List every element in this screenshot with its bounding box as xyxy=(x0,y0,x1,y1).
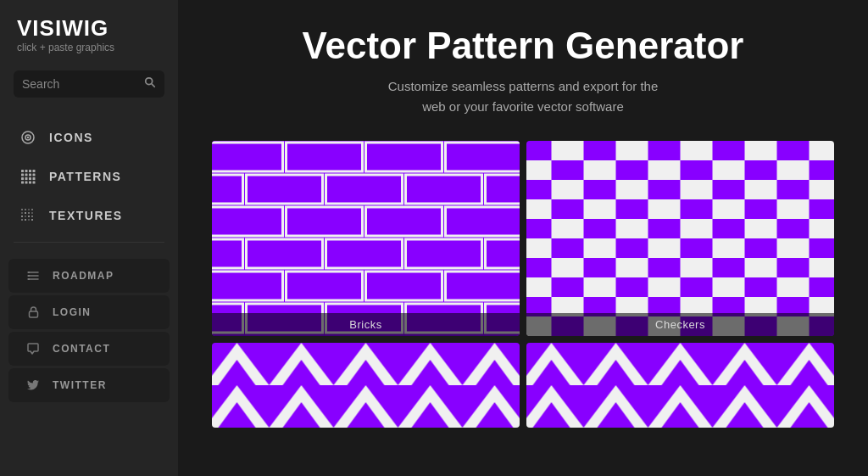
pattern-card-bricks[interactable]: Bricks xyxy=(212,141,520,336)
svg-point-26 xyxy=(25,212,26,214)
svg-point-34 xyxy=(25,219,26,221)
patterns-grid: Bricks Checkers xyxy=(212,141,834,428)
svg-rect-42 xyxy=(28,278,30,280)
svg-point-27 xyxy=(28,212,30,214)
sidebar-item-icons-label: ICONS xyxy=(49,131,93,144)
svg-rect-56 xyxy=(287,207,363,236)
sidebar-item-textures-label: TEXTURES xyxy=(49,209,123,222)
pattern-card-chevrons-right[interactable] xyxy=(526,343,834,428)
sidebar-item-icons[interactable]: ICONS xyxy=(0,118,178,157)
svg-rect-55 xyxy=(212,207,283,236)
svg-rect-8 xyxy=(33,170,36,172)
search-box[interactable] xyxy=(14,70,164,98)
bricks-preview xyxy=(212,141,520,336)
svg-point-25 xyxy=(21,212,23,214)
search-input[interactable] xyxy=(22,77,137,91)
sidebar-item-patterns-label: PATTERNS xyxy=(49,170,121,183)
svg-rect-10 xyxy=(25,174,28,176)
svg-point-31 xyxy=(28,216,30,217)
svg-point-21 xyxy=(21,209,23,210)
svg-rect-15 xyxy=(29,177,31,180)
sidebar-item-contact-label: CONTACT xyxy=(53,343,110,355)
logo-title: VISIWIG xyxy=(17,17,161,39)
sidebar: VISIWIG click + paste graphics ICONS xyxy=(0,0,178,476)
pattern-card-chevrons-left[interactable] xyxy=(212,343,520,428)
pattern-card-checkers[interactable]: Checkers xyxy=(526,141,834,336)
svg-rect-6 xyxy=(25,170,28,172)
list-icon xyxy=(24,266,42,285)
svg-point-32 xyxy=(31,216,33,217)
svg-rect-66 xyxy=(366,272,442,300)
svg-rect-46 xyxy=(212,143,283,171)
checkers-label: Checkers xyxy=(526,313,834,336)
svg-rect-63 xyxy=(486,239,520,268)
svg-rect-14 xyxy=(25,177,28,180)
logo-subtitle: click + paste graphics xyxy=(17,42,161,53)
svg-rect-62 xyxy=(406,239,482,268)
svg-rect-13 xyxy=(21,177,24,180)
sidebar-item-roadmap[interactable]: ROADMAP xyxy=(8,259,170,293)
svg-rect-82 xyxy=(526,343,834,428)
svg-rect-79 xyxy=(212,343,520,428)
chevrons-right-preview xyxy=(526,343,834,428)
svg-point-24 xyxy=(31,209,33,210)
svg-rect-5 xyxy=(21,170,24,172)
svg-rect-60 xyxy=(247,239,323,268)
svg-rect-7 xyxy=(29,170,31,172)
sidebar-item-patterns[interactable]: PATTERNS xyxy=(0,157,178,196)
svg-rect-20 xyxy=(33,182,36,184)
svg-rect-48 xyxy=(366,143,442,171)
page-subtitle: Customize seamless patterns and export f… xyxy=(212,76,834,117)
sidebar-item-textures[interactable]: TEXTURES xyxy=(0,196,178,235)
chevrons-left-preview xyxy=(212,343,520,428)
main-content: Vector Pattern Generator Customize seaml… xyxy=(178,0,868,476)
logo-area: VISIWIG click + paste graphics xyxy=(0,0,178,64)
svg-rect-9 xyxy=(21,174,24,176)
texture-icon xyxy=(19,206,37,225)
svg-rect-52 xyxy=(326,175,403,204)
svg-rect-59 xyxy=(212,239,243,268)
svg-point-30 xyxy=(25,216,26,217)
svg-rect-47 xyxy=(287,143,363,171)
svg-rect-57 xyxy=(366,207,442,236)
twitter-icon xyxy=(24,376,42,395)
svg-point-0 xyxy=(146,78,153,85)
svg-rect-17 xyxy=(21,182,24,184)
target-icon xyxy=(19,128,37,147)
svg-point-23 xyxy=(28,209,30,210)
search-icon xyxy=(144,76,156,92)
svg-rect-50 xyxy=(212,175,243,204)
svg-rect-54 xyxy=(486,175,520,204)
sidebar-item-twitter[interactable]: TWITTER xyxy=(8,368,170,402)
svg-rect-58 xyxy=(446,207,520,236)
chat-icon xyxy=(24,339,42,358)
svg-point-29 xyxy=(21,216,23,217)
svg-line-1 xyxy=(152,84,154,87)
svg-rect-11 xyxy=(29,174,31,176)
svg-rect-51 xyxy=(247,175,323,204)
nav-divider xyxy=(14,242,164,243)
sidebar-item-login-label: LOGIN xyxy=(53,306,92,318)
svg-point-33 xyxy=(21,219,23,221)
page-title: Vector Pattern Generator xyxy=(212,25,834,66)
svg-rect-41 xyxy=(28,275,30,277)
svg-point-35 xyxy=(28,219,30,221)
sidebar-item-login[interactable]: LOGIN xyxy=(8,295,170,329)
svg-point-36 xyxy=(31,219,33,221)
sidebar-item-roadmap-label: ROADMAP xyxy=(53,270,114,282)
svg-rect-61 xyxy=(326,239,403,268)
svg-rect-12 xyxy=(33,174,36,176)
svg-rect-76 xyxy=(526,141,834,336)
page-subtitle-line2: web or your favorite vector software xyxy=(422,99,624,114)
svg-rect-18 xyxy=(25,182,28,184)
svg-point-22 xyxy=(25,209,26,210)
sidebar-item-contact[interactable]: CONTACT xyxy=(8,332,170,366)
svg-rect-64 xyxy=(212,272,283,300)
svg-rect-67 xyxy=(446,272,520,300)
main-nav: ICONS xyxy=(0,111,178,476)
svg-rect-19 xyxy=(29,182,31,184)
grid-icon xyxy=(19,167,37,186)
svg-rect-65 xyxy=(287,272,363,300)
svg-rect-53 xyxy=(406,175,482,204)
svg-point-28 xyxy=(31,212,33,214)
